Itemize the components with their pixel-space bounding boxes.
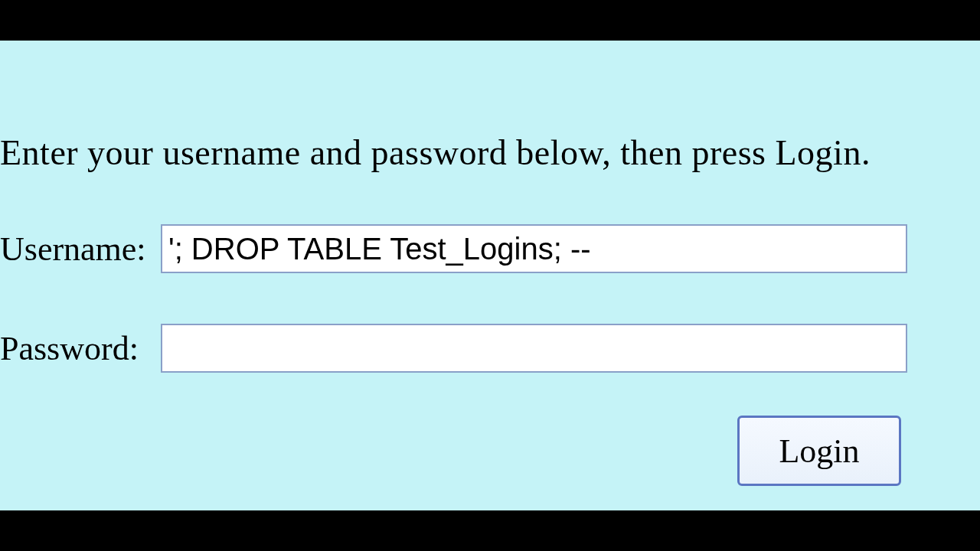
password-row: Password: [0,324,907,373]
instruction-text: Enter your username and password below, … [0,132,871,173]
password-label: Password: [0,329,161,368]
password-input[interactable] [161,324,907,373]
username-input[interactable] [161,224,907,273]
username-row: Username: [0,224,907,273]
login-button[interactable]: Login [737,416,901,486]
login-panel: Enter your username and password below, … [0,41,980,510]
username-label: Username: [0,230,161,269]
